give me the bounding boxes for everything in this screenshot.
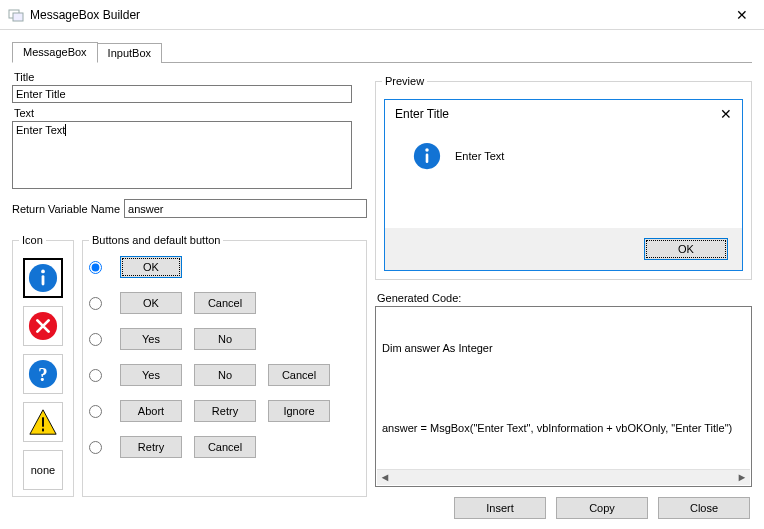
icon-option-information[interactable] xyxy=(23,258,63,298)
generated-code-label: Generated Code: xyxy=(377,292,752,304)
copy-button[interactable]: Copy xyxy=(556,497,648,519)
buttons-group: Buttons and default button OK OK Cancel xyxy=(82,234,367,497)
default-ok-button[interactable]: OK xyxy=(120,256,182,278)
app-icon xyxy=(8,7,24,23)
svg-rect-12 xyxy=(426,153,429,163)
yesno-no-button[interactable]: No xyxy=(194,328,256,350)
radio-retrycancel[interactable] xyxy=(89,441,102,454)
icon-option-none[interactable]: none xyxy=(23,450,63,490)
insert-button[interactable]: Insert xyxy=(454,497,546,519)
buttonset-retrycancel: Retry Cancel xyxy=(89,436,360,458)
yesno-yes-button[interactable]: Yes xyxy=(120,328,182,350)
icon-group: Icon xyxy=(12,234,74,497)
title-input[interactable] xyxy=(12,85,352,103)
icon-option-critical[interactable] xyxy=(23,306,63,346)
error-icon xyxy=(28,311,58,341)
code-line-1: Dim answer As Integer xyxy=(382,341,745,356)
preview-info-icon xyxy=(413,142,441,170)
tab-messagebox[interactable]: MessageBox xyxy=(12,42,98,63)
title-label: Title xyxy=(14,71,367,83)
buttonset-yesno: Yes No xyxy=(89,328,360,350)
yesnocancel-cancel-button[interactable]: Cancel xyxy=(268,364,330,386)
ari-ignore-button[interactable]: Ignore xyxy=(268,400,330,422)
icon-option-question[interactable]: ? xyxy=(23,354,63,394)
window-titlebar: MessageBox Builder ✕ xyxy=(0,0,764,30)
svg-rect-4 xyxy=(42,275,45,285)
preview-close-icon[interactable]: ✕ xyxy=(720,106,732,122)
svg-rect-9 xyxy=(42,429,44,432)
okcancel-cancel-button[interactable]: Cancel xyxy=(194,292,256,314)
window-title: MessageBox Builder xyxy=(30,8,140,22)
svg-point-3 xyxy=(41,270,45,274)
text-label: Text xyxy=(14,107,367,119)
scroll-right-icon[interactable]: ► xyxy=(734,470,750,486)
text-textarea[interactable] xyxy=(12,121,352,189)
return-var-input[interactable] xyxy=(124,199,367,218)
svg-rect-1 xyxy=(13,13,23,21)
radio-okcancel[interactable] xyxy=(89,297,102,310)
buttonset-okonly: OK xyxy=(89,256,360,278)
icon-legend: Icon xyxy=(19,234,46,246)
none-icon-label: none xyxy=(31,464,55,476)
buttonset-abortretryignore: Abort Retry Ignore xyxy=(89,400,360,422)
yesnocancel-yes-button[interactable]: Yes xyxy=(120,364,182,386)
radio-okonly[interactable] xyxy=(89,261,102,274)
ari-retry-button[interactable]: Retry xyxy=(194,400,256,422)
preview-message-text: Enter Text xyxy=(455,150,504,162)
radio-yesno[interactable] xyxy=(89,333,102,346)
scroll-left-icon[interactable]: ◄ xyxy=(377,470,393,486)
warning-icon xyxy=(28,407,58,437)
svg-rect-8 xyxy=(42,417,44,426)
radio-abortretryignore[interactable] xyxy=(89,405,102,418)
question-icon: ? xyxy=(28,359,58,389)
rc-cancel-button[interactable]: Cancel xyxy=(194,436,256,458)
yesnocancel-no-button[interactable]: No xyxy=(194,364,256,386)
code-line-2: answer = MsgBox("Enter Text", vbInformat… xyxy=(382,421,745,436)
preview-group: Preview Enter Title ✕ xyxy=(375,75,752,280)
radio-yesnocancel[interactable] xyxy=(89,369,102,382)
rc-retry-button[interactable]: Retry xyxy=(120,436,182,458)
buttons-legend: Buttons and default button xyxy=(89,234,223,246)
preview-ok-button[interactable]: OK xyxy=(644,238,728,260)
preview-dialog: Enter Title ✕ Enter Text xyxy=(384,99,743,271)
icon-option-exclamation[interactable] xyxy=(23,402,63,442)
tab-inputbox[interactable]: InputBox xyxy=(97,43,162,63)
generated-code-box[interactable]: Dim answer As Integer answer = MsgBox("E… xyxy=(375,306,752,487)
preview-title-text: Enter Title xyxy=(395,107,449,121)
svg-point-11 xyxy=(425,148,429,152)
close-button[interactable]: Close xyxy=(658,497,750,519)
tabstrip: MessageBox InputBox xyxy=(12,40,752,63)
okcancel-ok-button[interactable]: OK xyxy=(120,292,182,314)
return-var-label: Return Variable Name xyxy=(12,203,120,215)
info-icon xyxy=(28,263,58,293)
ari-abort-button[interactable]: Abort xyxy=(120,400,182,422)
horizontal-scrollbar[interactable]: ◄ ► xyxy=(377,469,750,485)
buttonset-okcancel: OK Cancel xyxy=(89,292,360,314)
window-close-button[interactable]: ✕ xyxy=(719,0,764,30)
close-icon: ✕ xyxy=(736,7,748,23)
preview-legend: Preview xyxy=(382,75,427,87)
buttonset-yesnocancel: Yes No Cancel xyxy=(89,364,360,386)
svg-text:?: ? xyxy=(38,364,47,385)
